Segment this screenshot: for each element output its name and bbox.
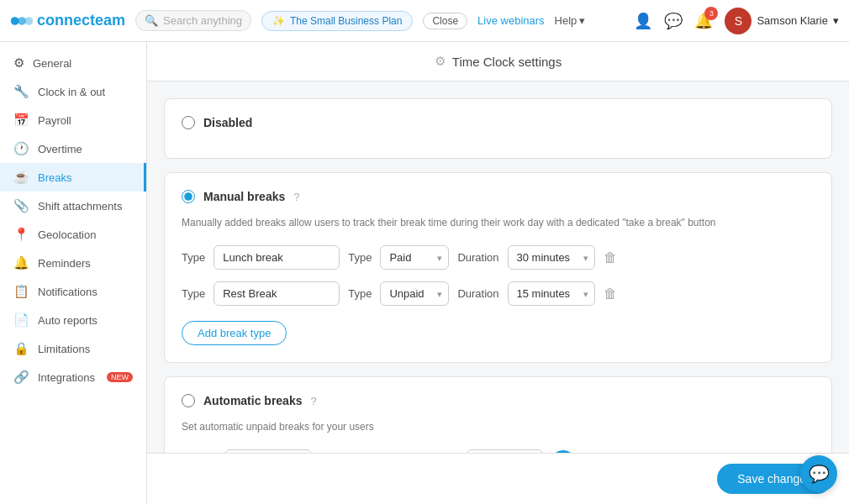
settings-body: Disabled Manual breaks ? Manually added …: [147, 81, 849, 504]
main-layout: ⚙ General 🔧 Clock in & out 📅 Payroll 🕐 O…: [0, 42, 849, 504]
svg-point-0: [11, 17, 19, 25]
chat-icon[interactable]: 💬: [664, 12, 683, 30]
delete-break-2-icon[interactable]: 🗑: [604, 286, 617, 302]
payroll-icon: 📅: [13, 113, 29, 128]
sidebar-item-reminders[interactable]: 🔔 Reminders: [0, 249, 146, 277]
search-box[interactable]: 🔍 Search anything: [135, 10, 251, 31]
sidebar-item-payroll[interactable]: 📅 Payroll: [0, 106, 146, 134]
paid-select-2[interactable]: Paid Unpaid: [380, 281, 449, 306]
new-badge: NEW: [107, 372, 133, 382]
sidebar-item-limitations[interactable]: 🔒 Limitations: [0, 334, 146, 363]
automatic-breaks-label: Automatic breaks: [203, 394, 302, 407]
type-label-2: Type: [182, 287, 205, 300]
breaks-icon: ☕: [13, 170, 29, 185]
manual-breaks-radio[interactable]: [182, 190, 195, 203]
duration-label-2: Duration: [457, 287, 498, 300]
chevron-down-icon: ▾: [579, 14, 585, 27]
reminders-icon: 🔔: [13, 255, 29, 270]
break-type-input-2[interactable]: [214, 281, 340, 306]
sidebar-item-auto-reports[interactable]: 📄 Auto reports: [0, 306, 146, 334]
disabled-radio-row: Disabled: [182, 116, 815, 129]
attachment-icon: 📎: [13, 198, 29, 213]
notifications-icon: 📋: [13, 284, 29, 299]
notification-badge: 3: [704, 7, 718, 20]
webinar-link[interactable]: Live webinars: [477, 14, 545, 27]
sidebar-item-label: Payroll: [38, 114, 71, 127]
manual-breaks-help-icon[interactable]: ?: [293, 191, 299, 203]
paid-select-1[interactable]: Paid Unpaid: [380, 245, 449, 270]
person-icon[interactable]: 👤: [634, 12, 652, 30]
sidebar-item-label: Limitations: [38, 343, 90, 355]
sidebar-item-notifications[interactable]: 📋 Notifications: [0, 277, 146, 306]
geolocation-icon: 📍: [13, 227, 29, 242]
svg-point-2: [24, 17, 33, 25]
top-navigation: connecteam 🔍 Search anything ✨ The Small…: [0, 0, 849, 42]
limitations-icon: 🔒: [13, 341, 29, 356]
chat-fab[interactable]: 💬: [800, 455, 837, 492]
disabled-radio[interactable]: [182, 116, 195, 129]
sidebar-item-clock-in-out[interactable]: 🔧 Clock in & out: [0, 77, 146, 106]
manual-breaks-description: Manually added breaks allow users to tra…: [182, 215, 815, 230]
automatic-breaks-description: Set automatic unpaid breaks for your use…: [182, 419, 815, 434]
sidebar-item-overtime[interactable]: 🕐 Overtime: [0, 134, 146, 163]
overtime-icon: 🕐: [13, 141, 29, 156]
automatic-breaks-help-icon[interactable]: ?: [310, 395, 316, 407]
disabled-section: Disabled: [164, 98, 832, 159]
plan-label: The Small Business Plan: [290, 15, 402, 27]
settings-gear-icon: ⚙: [435, 54, 446, 69]
clock-icon: 🔧: [13, 84, 29, 99]
content-area: ⚙ Time Clock settings Disabled Manual br…: [147, 42, 849, 504]
sidebar-item-geolocation[interactable]: 📍 Geolocation: [0, 220, 146, 249]
delete-break-1-icon[interactable]: 🗑: [604, 250, 617, 265]
break-row-1: Type Type Paid Unpaid Duration 15 minute…: [182, 245, 815, 270]
paid-type-label-2: Type: [348, 287, 372, 300]
user-name: Samson Klarie: [757, 14, 828, 27]
sidebar-item-label: Breaks: [38, 171, 71, 184]
sidebar-item-label: General: [33, 57, 71, 70]
add-break-button[interactable]: Add break type: [182, 321, 287, 345]
break-type-input-1[interactable]: [214, 245, 340, 270]
manual-breaks-label: Manual breaks: [203, 190, 285, 203]
duration-select-1[interactable]: 15 minutes 30 minutes 45 minutes 60 minu…: [508, 245, 595, 270]
sidebar-item-label: Auto reports: [38, 314, 98, 327]
sidebar-item-shift-attachments[interactable]: 📎 Shift attachments: [0, 192, 146, 220]
sidebar-item-integrations[interactable]: 🔗 Integrations NEW: [0, 363, 146, 391]
automatic-breaks-radio[interactable]: [182, 394, 195, 407]
sparkle-icon: ✨: [272, 15, 285, 27]
paid-select-wrap-1: Paid Unpaid: [380, 245, 449, 270]
paid-type-label-1: Type: [348, 251, 372, 264]
type-label-1: Type: [182, 251, 205, 264]
user-menu[interactable]: S Samson Klarie ▾: [725, 8, 839, 34]
duration-select-2[interactable]: 15 minutes 30 minutes 45 minutes 60 minu…: [508, 281, 595, 306]
gear-icon: ⚙: [13, 55, 24, 71]
disabled-label: Disabled: [203, 116, 252, 129]
sidebar-item-label: Integrations: [38, 371, 95, 384]
manual-breaks-radio-row: Manual breaks ?: [182, 190, 815, 203]
close-button[interactable]: Close: [423, 13, 467, 29]
sidebar-item-label: Overtime: [38, 143, 82, 155]
user-chevron-icon: ▾: [833, 14, 839, 27]
search-icon: 🔍: [145, 14, 158, 27]
duration-select-wrap-1: 15 minutes 30 minutes 45 minutes 60 minu…: [508, 245, 595, 270]
footer: Save changes: [147, 453, 849, 504]
settings-title: Time Clock settings: [452, 55, 562, 69]
svg-point-1: [18, 17, 26, 25]
notification-icon[interactable]: 🔔 3: [694, 12, 713, 30]
plan-banner[interactable]: ✨ The Small Business Plan: [261, 11, 413, 31]
logo[interactable]: connecteam: [10, 12, 125, 29]
avatar: S: [725, 8, 751, 34]
auto-reports-icon: 📄: [13, 312, 29, 328]
sidebar-item-breaks[interactable]: ☕ Breaks: [0, 163, 146, 192]
sidebar-item-label: Clock in & out: [38, 86, 105, 98]
settings-header: ⚙ Time Clock settings: [147, 42, 849, 81]
sidebar-item-label: Notifications: [38, 286, 98, 298]
sidebar: ⚙ General 🔧 Clock in & out 📅 Payroll 🕐 O…: [0, 42, 147, 504]
chat-fab-icon: 💬: [809, 464, 830, 484]
manual-breaks-section: Manual breaks ? Manually added breaks al…: [164, 172, 832, 363]
help-button[interactable]: Help ▾: [555, 14, 586, 27]
paid-select-wrap-2: Paid Unpaid: [380, 281, 449, 306]
sidebar-item-label: Reminders: [38, 257, 91, 270]
search-placeholder: Search anything: [163, 14, 242, 27]
duration-select-wrap-2: 15 minutes 30 minutes 45 minutes 60 minu…: [508, 281, 595, 306]
sidebar-item-general[interactable]: ⚙ General: [0, 49, 146, 77]
